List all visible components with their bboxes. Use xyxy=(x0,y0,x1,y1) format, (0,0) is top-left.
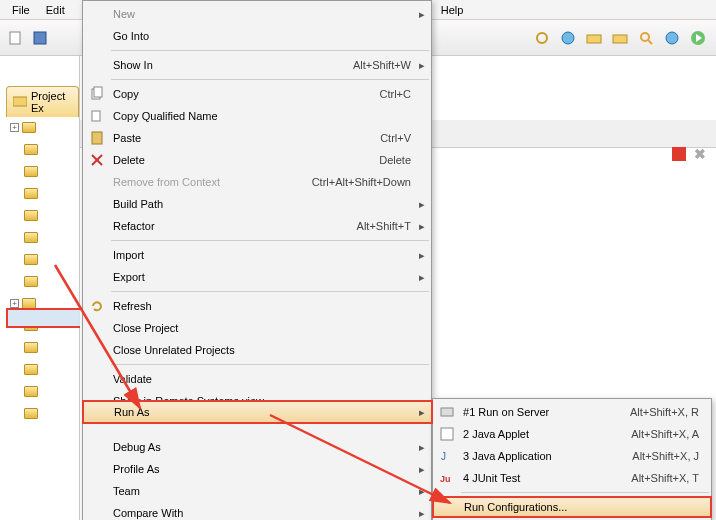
svg-rect-19 xyxy=(441,428,453,440)
refresh-toolbar-icon[interactable] xyxy=(534,30,550,46)
ctx-go-into[interactable]: Go Into xyxy=(83,25,431,47)
ctx-validate[interactable]: Validate xyxy=(83,368,431,390)
sub-run-configurations[interactable]: Run Configurations... xyxy=(432,496,712,518)
tree-item[interactable]: + xyxy=(10,116,80,138)
expander-icon[interactable]: + xyxy=(10,299,19,308)
selected-tree-row-highlight xyxy=(6,308,84,328)
sub-junit[interactable]: Ju 4 JUnit TestAlt+Shift+X, T xyxy=(433,467,711,489)
tree-item[interactable] xyxy=(10,226,80,248)
new-toolbar-icon[interactable] xyxy=(8,30,24,46)
svg-text:J: J xyxy=(441,451,446,462)
shortcut: Ctrl+C xyxy=(380,88,411,100)
shortcut: Delete xyxy=(379,154,411,166)
svg-line-7 xyxy=(648,40,652,44)
ctx-team-label: Team xyxy=(113,485,140,497)
svg-rect-18 xyxy=(441,408,453,416)
folder-icon xyxy=(13,95,27,109)
folder-icon xyxy=(24,342,38,353)
folder-icon xyxy=(24,386,38,397)
ctx-copy-qualified[interactable]: Copy Qualified Name xyxy=(83,105,431,127)
folder-icon xyxy=(22,298,36,309)
ctx-debug-as[interactable]: Debug As xyxy=(83,436,431,458)
svg-rect-4 xyxy=(587,35,601,43)
ctx-export[interactable]: Export xyxy=(83,266,431,288)
globe-toolbar-icon[interactable] xyxy=(560,30,576,46)
svg-rect-14 xyxy=(92,111,100,121)
ctx-close-project[interactable]: Close Project xyxy=(83,317,431,339)
svg-rect-5 xyxy=(613,35,627,43)
svg-point-2 xyxy=(537,33,547,43)
folder-icon xyxy=(22,122,36,133)
open-folder-icon[interactable] xyxy=(586,30,602,46)
ctx-refactor[interactable]: RefactorAlt+Shift+T xyxy=(83,215,431,237)
ctx-team[interactable]: Team xyxy=(83,480,431,502)
shortcut: Ctrl+Alt+Shift+Down xyxy=(312,176,411,188)
ctx-delete[interactable]: DeleteDelete xyxy=(83,149,431,171)
svg-point-6 xyxy=(641,33,649,41)
tab-project-explorer[interactable]: Project Ex xyxy=(6,86,79,117)
svg-point-8 xyxy=(666,32,678,44)
ctx-import-label: Import xyxy=(113,249,144,261)
folder-icon xyxy=(24,210,38,221)
ctx-export-label: Export xyxy=(113,271,145,283)
tree-item[interactable] xyxy=(10,160,80,182)
ctx-run-as[interactable]: Run As xyxy=(82,400,433,424)
sub-run-server-label: 1 Run on Server xyxy=(469,406,549,418)
tree-item[interactable] xyxy=(10,270,80,292)
ctx-copy-qn-label: Copy Qualified Name xyxy=(113,110,218,122)
ctx-close-unrelated[interactable]: Close Unrelated Projects xyxy=(83,339,431,361)
tree-item[interactable] xyxy=(10,138,80,160)
svg-rect-11 xyxy=(13,97,27,106)
ctx-refresh-label: Refresh xyxy=(113,300,152,312)
ctx-build-path-label: Build Path xyxy=(113,198,163,210)
shortcut: Alt+Shift+T xyxy=(357,220,411,232)
shortcut: Alt+Shift+X, R xyxy=(630,406,699,418)
menu-edit[interactable]: Edit xyxy=(38,2,73,18)
folder-icon xyxy=(24,276,38,287)
sub-java-applet[interactable]: 2 Java AppletAlt+Shift+X, A xyxy=(433,423,711,445)
sub-java-app-label: 3 Java Application xyxy=(463,450,552,462)
shortcut: Alt+Shift+X, A xyxy=(631,428,699,440)
sub-run-server[interactable]: # 1 Run on ServerAlt+Shift+X, R xyxy=(433,401,711,423)
save-toolbar-icon[interactable] xyxy=(32,30,48,46)
ctx-compare-with-label: Compare With xyxy=(113,507,183,519)
ctx-new-label: New xyxy=(113,8,135,20)
ctx-new[interactable]: New xyxy=(83,3,431,25)
ctx-copy[interactable]: CopyCtrl+C xyxy=(83,83,431,105)
ctx-show-in[interactable]: Show InAlt+Shift+W xyxy=(83,54,431,76)
ctx-import[interactable]: Import xyxy=(83,244,431,266)
tree-item[interactable] xyxy=(10,204,80,226)
search-toolbar-icon[interactable] xyxy=(638,30,654,46)
menu-help[interactable]: Help xyxy=(433,2,472,18)
context-menu: New Go Into Show InAlt+Shift+W CopyCtrl+… xyxy=(82,0,432,520)
ctx-build-path[interactable]: Build Path xyxy=(83,193,431,215)
refresh-icon xyxy=(89,298,105,314)
globe-toolbar-icon-2[interactable] xyxy=(664,30,680,46)
ctx-delete-label: Delete xyxy=(113,154,145,166)
tree: + + xyxy=(10,116,80,424)
tree-item[interactable] xyxy=(10,248,80,270)
folder-icon xyxy=(24,254,38,265)
terminate-icon[interactable] xyxy=(672,147,686,161)
ctx-paste[interactable]: PasteCtrl+V xyxy=(83,127,431,149)
ctx-profile-as[interactable]: Profile As xyxy=(83,458,431,480)
remove-icon[interactable]: ✖ xyxy=(694,146,706,162)
separator xyxy=(461,492,709,493)
tree-item[interactable] xyxy=(10,358,80,380)
menu-file[interactable]: File xyxy=(4,2,38,18)
tree-item[interactable] xyxy=(10,182,80,204)
tree-item[interactable] xyxy=(10,336,80,358)
tree-item[interactable] xyxy=(10,402,80,424)
expander-icon[interactable]: + xyxy=(10,123,19,132)
ctx-copy-label: Copy xyxy=(113,88,139,100)
tree-item[interactable] xyxy=(10,380,80,402)
svg-point-3 xyxy=(562,32,574,44)
sub-run-config-label: Run Configurations... xyxy=(464,501,567,513)
ctx-refresh[interactable]: Refresh xyxy=(83,295,431,317)
ctx-compare-with[interactable]: Compare With xyxy=(83,502,431,520)
run-toolbar-icon[interactable] xyxy=(690,30,706,46)
copy-icon xyxy=(89,86,105,102)
sub-java-app[interactable]: J 3 Java ApplicationAlt+Shift+X, J xyxy=(433,445,711,467)
open-folder-icon-2[interactable] xyxy=(612,30,628,46)
folder-icon xyxy=(24,144,38,155)
